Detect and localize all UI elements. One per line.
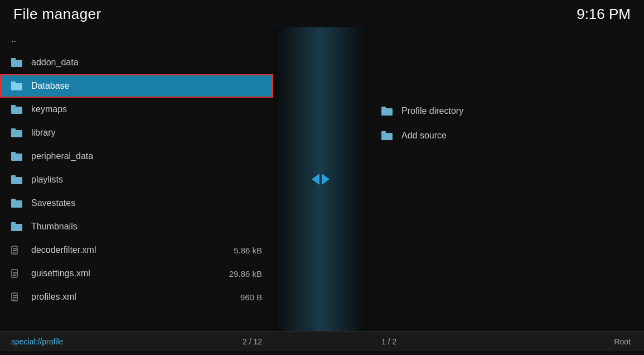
right-count: 1 / 2	[381, 337, 396, 346]
left-item-profiles.xml[interactable]: profiles.xml960 B	[0, 285, 273, 309]
item-name: playlists	[31, 175, 262, 185]
main-layout: .. addon_data Database keymaps library p…	[0, 27, 644, 331]
parent-dir-item[interactable]: ..	[0, 27, 273, 51]
footer-right: 1 / 2 Root	[368, 337, 644, 346]
svg-rect-26	[13, 250, 17, 251]
item-name: addon_data	[31, 57, 262, 68]
left-item-Thumbnails[interactable]: Thumbnails	[0, 215, 273, 238]
left-item-Savestates[interactable]: Savestates	[0, 191, 273, 215]
svg-rect-29	[13, 272, 17, 273]
right-item-add-source[interactable]: Add source	[368, 123, 644, 148]
left-item-decoderfilter.xml[interactable]: decoderfilter.xml5.86 kB	[0, 238, 273, 262]
left-item-guisettings.xml[interactable]: guisettings.xml29.86 kB	[0, 262, 273, 285]
app-title: File manager	[13, 6, 101, 23]
item-name: library	[31, 128, 262, 138]
svg-rect-14	[11, 152, 16, 154]
svg-rect-2	[11, 58, 16, 60]
footer: special://profile 2 / 12 1 / 2 Root	[0, 331, 644, 351]
file-icon	[11, 269, 22, 278]
left-item-peripheral_data[interactable]: peripheral_data	[0, 145, 273, 168]
transfer-arrows-icon	[309, 171, 332, 187]
svg-rect-17	[11, 175, 16, 178]
svg-rect-5	[11, 81, 16, 84]
folder-icon	[11, 222, 22, 231]
root-label: Root	[614, 337, 631, 346]
svg-rect-34	[13, 297, 17, 298]
item-name: keymaps	[31, 104, 262, 114]
right-panel: Profile directory Add source	[368, 27, 644, 331]
item-size: 29.86 kB	[217, 269, 262, 279]
svg-rect-20	[11, 199, 16, 201]
svg-rect-27	[13, 252, 16, 253]
folder-icon	[11, 199, 22, 208]
left-item-addon_data[interactable]: addon_data	[0, 51, 273, 74]
item-name: Savestates	[31, 198, 262, 208]
left-panel: .. addon_data Database keymaps library p…	[0, 27, 273, 331]
clock: 9:16 PM	[577, 6, 631, 23]
current-path: special://profile	[11, 337, 63, 346]
folder-icon	[11, 175, 22, 184]
item-name: decoderfilter.xml	[31, 245, 217, 255]
item-size: 5.86 kB	[217, 246, 262, 255]
svg-rect-11	[11, 128, 16, 131]
right-item-profile-directory[interactable]: Profile directory	[368, 99, 644, 123]
left-count: 2 / 12	[243, 337, 262, 346]
folder-icon	[381, 107, 393, 116]
footer-left: special://profile 2 / 12	[0, 337, 273, 346]
svg-rect-33	[13, 295, 17, 296]
folder-icon	[381, 131, 393, 140]
item-name: Thumbnails	[31, 222, 262, 232]
item-size: 960 B	[217, 292, 262, 302]
svg-rect-43	[381, 131, 386, 133]
folder-icon	[11, 105, 22, 114]
folder-icon	[11, 58, 22, 67]
svg-rect-35	[13, 299, 16, 300]
svg-rect-30	[13, 274, 17, 275]
left-item-library[interactable]: library	[0, 121, 273, 145]
header: File manager 9:16 PM	[0, 0, 644, 27]
svg-rect-40	[381, 107, 386, 109]
item-name: Database	[31, 81, 262, 91]
right-item-name: Add source	[401, 131, 447, 141]
svg-rect-23	[11, 222, 16, 224]
svg-marker-36	[312, 174, 319, 185]
file-icon	[11, 246, 22, 255]
svg-rect-8	[11, 105, 16, 107]
svg-rect-25	[13, 248, 17, 250]
item-name: profiles.xml	[31, 292, 217, 302]
folder-icon	[11, 81, 22, 90]
item-name: guisettings.xml	[31, 268, 217, 279]
file-icon	[11, 292, 22, 301]
left-item-playlists[interactable]: playlists	[0, 168, 273, 191]
svg-marker-37	[322, 174, 330, 185]
center-divider	[273, 27, 368, 331]
right-item-name: Profile directory	[401, 106, 463, 116]
left-item-Database[interactable]: Database	[0, 74, 273, 98]
folder-icon	[11, 152, 22, 161]
left-item-keymaps[interactable]: keymaps	[0, 98, 273, 121]
folder-icon	[11, 128, 22, 137]
item-name: peripheral_data	[31, 151, 262, 161]
svg-rect-31	[13, 275, 16, 276]
